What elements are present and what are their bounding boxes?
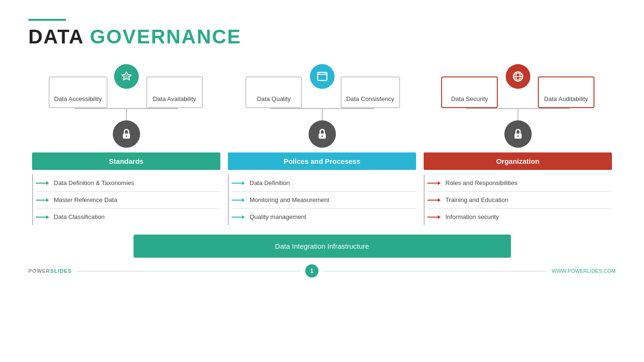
cards-pair-policies: Data Quality Data Consistency <box>228 76 416 108</box>
section-label-org: Organization <box>424 152 612 170</box>
main-layout: Data Accessibility Data Availability <box>28 62 616 225</box>
svg-marker-33 <box>438 215 441 219</box>
card-wrap-quality: Data Quality <box>228 76 320 108</box>
arrow-icon <box>232 214 245 220</box>
auditability-icon-bubble <box>506 64 530 89</box>
card-availability-label: Data Availability <box>152 95 197 102</box>
svg-rect-11 <box>318 72 327 80</box>
cards-pair-standards: Data Accessibility Data Availability <box>32 76 220 108</box>
infra-bar: Data Integration Infrastructure <box>134 235 511 258</box>
list-org: Roles and Responsibilities Training and … <box>424 175 612 225</box>
title-area: DATA GOVERNANCE <box>28 19 616 48</box>
card-security-label: Data Security <box>447 95 492 102</box>
svg-point-13 <box>321 135 323 137</box>
footer-url: WWW.POWERLIDES.COM <box>552 268 616 274</box>
card-availability: Data Availability <box>146 76 203 108</box>
list-item: Data Definition & Taxonomies <box>36 175 220 192</box>
card-accessibility: Data Accessibility <box>49 76 108 108</box>
arrow-icon <box>36 214 49 220</box>
section-label-standards: Standards <box>32 152 220 170</box>
list-item-label: Information security <box>445 213 499 220</box>
list-item-label: Training and Education <box>445 196 508 203</box>
pillar-policies: Data Quality Data Consistency <box>224 62 420 225</box>
arrow-icon <box>232 180 245 186</box>
card-wrap-availability: Data Availability <box>129 76 221 108</box>
bracket-line-org <box>424 175 425 225</box>
list-policies: Data Definition Monitoring and Measureme… <box>228 175 416 225</box>
page-number: 1 <box>305 264 318 278</box>
bracket-line-policies <box>228 175 229 225</box>
v-connector-org <box>518 109 519 120</box>
svg-marker-29 <box>438 181 441 185</box>
list-item-label: Quality management <box>250 213 306 220</box>
card-accessibility-label: Data Accessibility <box>54 95 102 102</box>
svg-marker-5 <box>46 181 49 185</box>
bracket-line-standards <box>32 175 33 225</box>
footer-line-left <box>76 271 301 271</box>
arrow-icon <box>427 180 441 186</box>
svg-marker-9 <box>46 215 49 219</box>
list-item: Data Classification <box>36 209 220 225</box>
svg-marker-31 <box>438 198 441 202</box>
list-item: Data Definition <box>232 175 416 192</box>
consistency-icon-bubble <box>310 64 335 89</box>
list-item: Monitoring and Measurement <box>232 192 416 209</box>
brand-word2: SLIDES <box>50 268 72 274</box>
title-bar <box>28 19 66 21</box>
title-word2: GOVERNANCE <box>90 25 242 48</box>
arrow-icon <box>427 197 441 203</box>
svg-marker-7 <box>46 198 49 202</box>
slide: DATA GOVERNANCE Data Accessibility <box>0 0 644 362</box>
list-standards: Data Definition & Taxonomies Master Refe… <box>32 175 220 225</box>
footer: POWERSLIDES 1 WWW.POWERLIDES.COM <box>28 264 616 278</box>
lock-icon-standards <box>113 120 140 148</box>
cards-pair-organization: Data Security Data Auditability <box>424 76 612 108</box>
arrow-icon <box>36 180 49 186</box>
arrow-icon <box>427 214 441 220</box>
list-item: Roles and Responsibilities <box>427 175 612 192</box>
footer-line-right <box>323 271 547 271</box>
pillar-organization: Data Security Data Auditability <box>420 62 616 225</box>
pillar-standards: Data Accessibility Data Availability <box>28 62 224 225</box>
list-item-label: Data Definition & Taxonomies <box>54 179 134 186</box>
svg-point-3 <box>125 135 127 137</box>
v-connector-policies <box>322 109 323 120</box>
card-wrap-security: Data Security <box>424 76 516 108</box>
card-auditability-label: Data Auditability <box>544 95 589 102</box>
list-item-label: Data Classification <box>54 213 105 220</box>
brand-word1: POWER <box>28 268 50 274</box>
footer-brand: POWERSLIDES <box>28 268 72 274</box>
list-item-label: Data Definition <box>250 179 290 186</box>
title-word1: DATA <box>28 25 84 48</box>
section-label-policies: Polices and Procesess <box>228 152 416 170</box>
card-quality: Data Quality <box>245 76 302 108</box>
card-consistency: Data Consistency <box>341 76 400 108</box>
slide-title: DATA GOVERNANCE <box>28 25 616 48</box>
svg-marker-15 <box>242 181 245 185</box>
arrow-icon <box>36 197 49 203</box>
card-auditability: Data Auditability <box>538 76 594 108</box>
availability-icon-bubble <box>114 64 139 89</box>
card-wrap-auditability: Data Auditability <box>520 76 612 108</box>
list-item: Master Reference Data <box>36 192 220 209</box>
svg-marker-19 <box>242 215 245 219</box>
arrow-icon <box>232 197 245 203</box>
list-item: Training and Education <box>427 192 612 209</box>
list-item: Information security <box>427 209 612 225</box>
list-item-label: Roles and Responsibilities <box>445 179 517 186</box>
list-item-label: Monitoring and Measurement <box>250 196 329 203</box>
list-item: Quality management <box>232 209 416 225</box>
card-wrap-consistency: Data Consistency <box>325 76 417 108</box>
card-consistency-label: Data Consistency <box>346 95 394 102</box>
card-quality-label: Data Quality <box>251 95 296 102</box>
lock-icon-policies <box>309 120 336 148</box>
v-connector-standards <box>126 109 127 120</box>
svg-marker-17 <box>242 198 245 202</box>
lock-icon-org <box>504 120 532 148</box>
list-item-label: Master Reference Data <box>54 196 117 203</box>
svg-point-27 <box>517 135 519 137</box>
card-security: Data Security <box>441 76 498 108</box>
card-wrap-accessibility: Data Accessibility <box>32 76 124 108</box>
